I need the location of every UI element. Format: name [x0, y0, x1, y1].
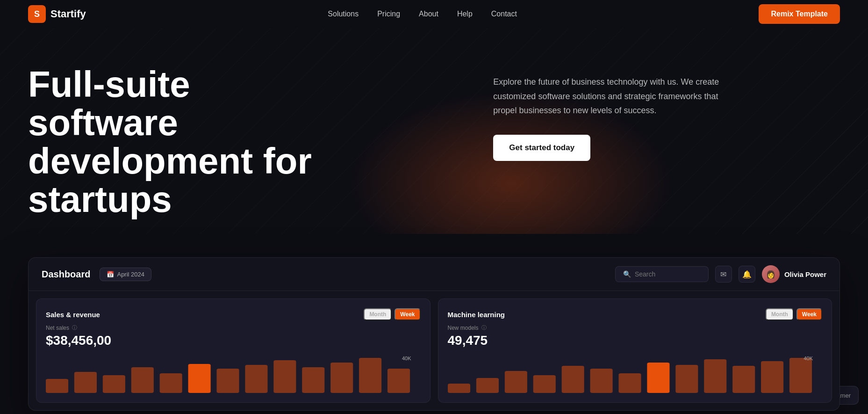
svg-rect-24 — [761, 361, 783, 393]
info-icon: ⓘ — [72, 324, 77, 331]
brand-name: Startify — [50, 8, 86, 20]
ml-tab-month[interactable]: Month — [766, 308, 794, 320]
ml-card-header: Machine learning Month Week — [448, 308, 823, 320]
hero-section: Full-suite software development for star… — [0, 28, 868, 234]
svg-rect-1 — [74, 372, 97, 393]
nav-links: Solutions Pricing About Help Contact — [328, 10, 517, 18]
hero-left: Full-suite software development for star… — [28, 65, 474, 219]
hero-right: Explore the future of business technolog… — [474, 65, 840, 161]
user-profile[interactable]: 👩 Olivia Power — [762, 265, 826, 283]
sales-revenue-card: Sales & revenue Month Week Net sales ⓘ $… — [36, 298, 430, 403]
svg-rect-9 — [302, 367, 324, 393]
ml-chart-svg — [448, 356, 823, 393]
navbar: S Startify Solutions Pricing About Help … — [0, 0, 868, 28]
svg-rect-12 — [387, 369, 410, 393]
date-label: April 2024 — [117, 271, 144, 278]
svg-rect-3 — [131, 367, 154, 393]
ml-metric-value: 49,475 — [448, 333, 823, 348]
sales-chart-max-label: 40K — [402, 356, 411, 361]
avatar: 👩 — [762, 265, 780, 283]
mail-icon: ✉ — [720, 270, 726, 279]
dashboard-topbar: Dashboard 📅 April 2024 🔍 ✉ 🔔 👩 Olivia Po… — [29, 258, 839, 291]
svg-rect-4 — [160, 373, 182, 393]
hero-heading: Full-suite software development for star… — [28, 65, 346, 219]
get-started-button[interactable]: Get started today — [493, 135, 590, 161]
mail-button[interactable]: ✉ — [715, 266, 732, 283]
sales-metric-value: $38,456,00 — [46, 333, 421, 348]
nav-item-help[interactable]: Help — [457, 10, 473, 18]
nav-item-about[interactable]: About — [419, 10, 438, 18]
sales-card-title: Sales & revenue — [46, 311, 100, 319]
nav-item-solutions[interactable]: Solutions — [328, 10, 359, 18]
calendar-icon: 📅 — [107, 271, 114, 278]
svg-rect-16 — [533, 375, 555, 393]
svg-rect-20 — [647, 363, 669, 393]
sales-tab-week[interactable]: Week — [395, 308, 420, 320]
svg-rect-7 — [245, 365, 267, 393]
svg-rect-13 — [448, 384, 470, 393]
search-icon: 🔍 — [623, 270, 631, 278]
search-input[interactable] — [635, 270, 701, 278]
notification-button[interactable]: 🔔 — [739, 266, 755, 283]
search-box[interactable]: 🔍 — [615, 266, 709, 282]
svg-rect-8 — [273, 360, 296, 393]
hero-inner: Full-suite software development for star… — [28, 65, 840, 219]
ml-chart-max-label: 40K — [803, 356, 813, 361]
dashboard-topbar-left: Dashboard 📅 April 2024 — [42, 268, 151, 281]
info-icon-2: ⓘ — [481, 324, 487, 331]
sales-chart: 40K — [46, 356, 421, 393]
dashboard-cards: Sales & revenue Month Week Net sales ⓘ $… — [29, 291, 839, 410]
svg-rect-2 — [103, 375, 125, 393]
sales-chart-svg — [46, 356, 421, 393]
svg-rect-23 — [732, 366, 755, 393]
machine-learning-card: Machine learning Month Week New models ⓘ… — [438, 298, 832, 403]
sales-metric-label: Net sales ⓘ — [46, 324, 421, 331]
ml-chart: 40K — [448, 356, 823, 393]
sales-card-tabs: Month Week — [364, 308, 420, 320]
logo-icon: S — [28, 5, 46, 23]
bell-icon: 🔔 — [742, 270, 752, 279]
svg-rect-21 — [675, 365, 698, 393]
sales-tab-month[interactable]: Month — [364, 308, 392, 320]
svg-rect-22 — [704, 359, 726, 393]
nav-item-pricing[interactable]: Pricing — [377, 10, 400, 18]
svg-rect-17 — [561, 366, 584, 393]
svg-rect-19 — [618, 373, 641, 393]
svg-rect-18 — [590, 369, 612, 393]
nav-brand: S Startify — [28, 5, 86, 23]
svg-rect-14 — [476, 378, 498, 393]
nav-item-contact[interactable]: Contact — [491, 10, 517, 18]
svg-rect-25 — [789, 358, 811, 393]
ml-tab-week[interactable]: Week — [796, 308, 822, 320]
dashboard-topbar-right: 🔍 ✉ 🔔 👩 Olivia Power — [615, 265, 826, 283]
svg-rect-5 — [188, 364, 211, 393]
user-name: Olivia Power — [784, 270, 826, 278]
dashboard-preview: Dashboard 📅 April 2024 🔍 ✉ 🔔 👩 Olivia Po… — [28, 257, 840, 411]
svg-rect-11 — [359, 358, 381, 393]
date-picker-button[interactable]: 📅 April 2024 — [100, 268, 151, 281]
hero-description: Explore the future of business technolog… — [493, 75, 727, 118]
ml-card-title: Machine learning — [448, 311, 505, 319]
svg-rect-6 — [216, 369, 239, 393]
ml-card-tabs: Month Week — [766, 308, 822, 320]
svg-rect-15 — [504, 371, 527, 393]
ml-metric-label: New models ⓘ — [448, 324, 823, 331]
sales-card-header: Sales & revenue Month Week — [46, 308, 421, 320]
remix-template-button[interactable]: Remix Template — [759, 4, 840, 24]
svg-rect-10 — [330, 363, 353, 393]
dashboard-title: Dashboard — [42, 269, 90, 280]
svg-rect-0 — [46, 379, 68, 393]
